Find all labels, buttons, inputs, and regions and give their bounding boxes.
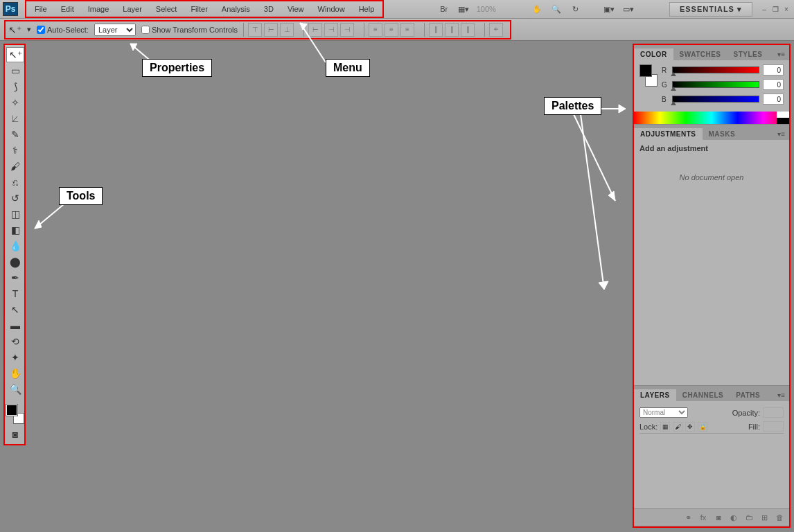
brush-tool[interactable]: 🖌 [6,159,24,174]
r-slider[interactable] [672,66,759,73]
workspace-switcher[interactable]: ESSENTIALS ▾ [669,2,752,17]
layer-style-icon[interactable]: fx [698,512,709,523]
color-swatches[interactable] [6,405,24,424]
opacity-input[interactable] [763,407,784,418]
move-tool-icon[interactable]: ↖⁺ [8,24,21,35]
lock-all-icon[interactable]: 🔒 [698,422,707,432]
blend-mode-dropdown[interactable]: Normal [639,407,688,418]
fill-input[interactable] [763,421,784,432]
menu-help[interactable]: Help [352,2,382,16]
panel-menu-icon[interactable]: ▾≡ [773,128,789,140]
g-slider[interactable] [672,81,759,88]
foreground-color-swatch[interactable] [6,405,17,416]
tab-channels[interactable]: CHANNELS [676,389,730,401]
zoom-icon[interactable]: 🔍 [550,3,563,15]
show-transform-input[interactable] [141,26,150,34]
window-minimize-icon[interactable]: – [759,4,769,14]
distribute-left-icon[interactable]: ‖ [429,23,443,37]
distribute-bottom-icon[interactable]: ≡ [400,23,414,37]
lock-position-icon[interactable]: ✥ [685,422,695,432]
adjustment-layer-icon[interactable]: ◐ [728,512,739,523]
menu-file[interactable]: File [28,2,54,16]
auto-align-icon[interactable]: ⫩ [489,23,503,37]
menu-analysis[interactable]: Analysis [215,2,257,16]
blur-tool[interactable]: 💧 [6,238,24,254]
align-right-icon[interactable]: ⊣ [340,23,354,37]
panel-menu-icon[interactable]: ▾≡ [773,48,789,60]
new-layer-icon[interactable]: ⊞ [759,512,770,523]
tab-layers[interactable]: LAYERS [634,389,676,401]
crop-tool[interactable]: ⟀ [6,111,24,126]
tab-adjustments[interactable]: ADJUSTMENTS [634,128,703,140]
new-group-icon[interactable]: 🗀 [743,512,755,523]
lasso-tool[interactable]: ⟆ [6,79,24,94]
history-brush-tool[interactable]: ↺ [6,190,24,206]
align-vcenter-icon[interactable]: ⊢ [264,23,278,37]
g-value-input[interactable] [763,79,784,90]
3d-orbit-tool[interactable]: ✦ [6,350,24,365]
tab-swatches[interactable]: SWATCHES [673,48,727,60]
color-panel-swatches[interactable] [639,64,658,87]
move-tool[interactable]: ↖⁺ [6,47,24,62]
auto-select-input[interactable] [37,26,45,34]
align-bottom-icon[interactable]: ⊥ [280,23,294,37]
hand-tool[interactable]: ✋ [6,366,24,381]
pen-tool[interactable]: ✒ [6,270,24,285]
panel-fg-swatch[interactable] [639,64,652,77]
shape-tool[interactable]: ▬ [6,318,24,333]
marquee-tool[interactable]: ▭ [6,63,24,78]
tab-paths[interactable]: PATHS [730,389,766,401]
b-slider[interactable] [672,96,759,103]
lock-transparent-icon[interactable]: ▦ [660,422,670,432]
arrange-icon[interactable]: ▣▾ [603,3,615,15]
zoom-level[interactable]: 100% [477,5,496,13]
auto-select-dropdown[interactable]: Layer [94,24,136,36]
menu-select[interactable]: Select [149,2,184,16]
screen-icon[interactable]: ▭▾ [622,3,635,15]
tab-styles[interactable]: STYLES [727,48,769,60]
eyedropper-tool[interactable]: ✎ [6,127,24,142]
r-value-input[interactable] [763,64,784,76]
distribute-top-icon[interactable]: ≡ [369,23,382,37]
layer-mask-icon[interactable]: ◙ [713,512,724,523]
tool-preset-dropdown-icon[interactable]: ▾ [27,25,31,34]
window-close-icon[interactable]: × [782,4,791,14]
gradient-tool[interactable]: ◧ [6,222,24,238]
path-selection-tool[interactable]: ↖ [6,302,24,317]
tab-masks[interactable]: MASKS [703,128,742,140]
distribute-vcenter-icon[interactable]: ≡ [385,23,398,37]
b-value-input[interactable] [763,94,784,105]
eraser-tool[interactable]: ◫ [6,206,24,222]
menu-3d[interactable]: 3D [257,2,281,16]
healing-brush-tool[interactable]: ⚕ [6,143,24,158]
panel-menu-icon[interactable]: ▾≡ [773,389,789,401]
show-transform-checkbox[interactable]: Show Transform Controls [141,26,238,34]
dodge-tool[interactable]: ⬤ [6,254,24,269]
spectrum-ramp[interactable] [634,112,789,124]
magic-wand-tool[interactable]: ✧ [6,95,24,110]
align-top-icon[interactable]: ⊤ [248,23,262,37]
auto-select-checkbox[interactable]: Auto-Select: [37,26,89,34]
distribute-right-icon[interactable]: ‖ [461,23,475,37]
quick-mask-tool[interactable]: ◙ [6,427,24,442]
delete-layer-icon[interactable]: 🗑 [774,512,785,523]
menu-image[interactable]: Image [81,2,116,16]
clone-stamp-tool[interactable]: ⎌ [6,175,24,190]
lock-image-icon[interactable]: 🖌 [673,422,682,432]
zoom-tool[interactable]: 🔍 [6,382,24,397]
tab-color[interactable]: COLOR [634,48,673,60]
type-tool[interactable]: T [6,286,24,301]
window-restore-icon[interactable]: ❐ [770,4,780,14]
3d-rotate-tool[interactable]: ⟲ [6,334,24,349]
distribute-hcenter-icon[interactable]: ‖ [445,23,459,37]
screen-mode-icon[interactable]: ▦▾ [457,3,470,15]
link-layers-icon[interactable]: ⚭ [682,512,694,523]
menu-filter[interactable]: Filter [184,2,214,16]
menu-view[interactable]: View [281,2,311,16]
hand-icon[interactable]: ✋ [531,3,543,15]
bridge-icon[interactable]: Br [438,3,450,15]
menu-window[interactable]: Window [311,2,352,16]
menu-edit[interactable]: Edit [54,2,81,16]
rotate-view-icon[interactable]: ↻ [570,3,582,15]
menu-layer[interactable]: Layer [116,2,149,16]
